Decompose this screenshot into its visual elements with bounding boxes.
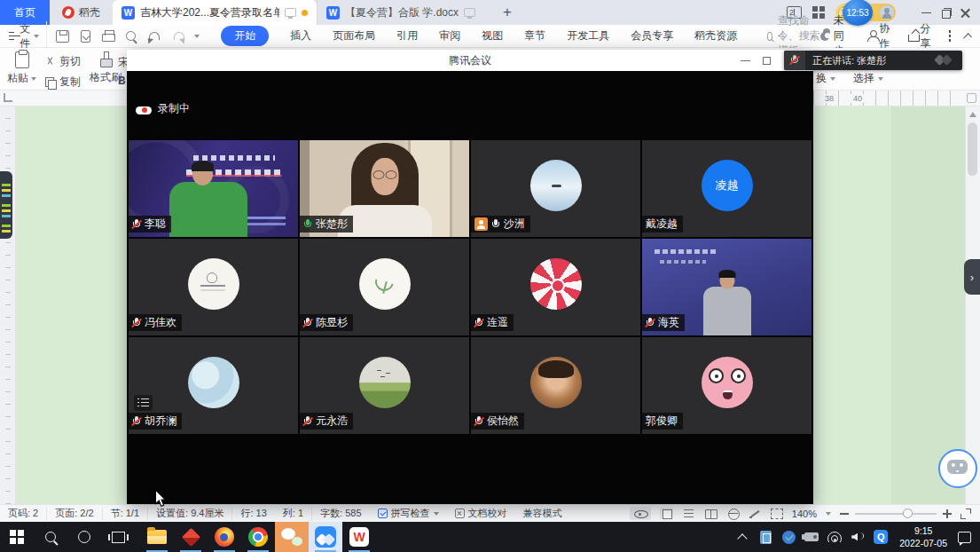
- taskbar-clock[interactable]: 9:15 2022-07-05: [892, 524, 954, 549]
- tab-page-layout[interactable]: 页面布局: [333, 28, 375, 43]
- participant-tile[interactable]: 张楚彤: [300, 140, 469, 237]
- fullscreen-icon[interactable]: [960, 509, 971, 519]
- doc-tab-active[interactable]: 吉林大学202...夏令营录取名单: [113, 0, 317, 25]
- collaborate-button[interactable]: 协作: [867, 21, 894, 51]
- tab-section[interactable]: 章节: [524, 28, 545, 43]
- page-view-icon[interactable]: [660, 508, 673, 519]
- fit-page-icon[interactable]: [771, 509, 783, 519]
- copy-button[interactable]: 复制: [45, 75, 81, 90]
- chrome-button[interactable]: [241, 522, 275, 552]
- meeting-minimize-button[interactable]: [741, 56, 750, 66]
- zoom-knob[interactable]: [903, 509, 913, 518]
- tab-insert[interactable]: 插入: [290, 28, 311, 43]
- cortana-button[interactable]: [67, 522, 101, 552]
- web-view-icon[interactable]: [726, 508, 740, 519]
- meeting-timer-bubble[interactable]: 12:53: [843, 0, 873, 26]
- wechat-button[interactable]: [275, 522, 309, 552]
- tray-expand-button[interactable]: [731, 522, 754, 552]
- start-button[interactable]: [0, 522, 34, 552]
- participant-tile[interactable]: 侯怡然: [471, 337, 640, 434]
- tencent-meeting-button[interactable]: [309, 522, 342, 552]
- hamburger-icon[interactable]: [9, 32, 14, 40]
- participant-tile[interactable]: 海英: [642, 239, 811, 335]
- participant-tile[interactable]: 元永浩: [300, 337, 469, 434]
- meeting-titlebar[interactable]: 腾讯会议: [127, 50, 813, 71]
- export-pdf-icon[interactable]: [79, 30, 92, 43]
- file-menu[interactable]: 文件: [20, 21, 47, 51]
- zoom-out-icon[interactable]: [840, 513, 849, 515]
- paste-button[interactable]: 粘贴: [7, 51, 36, 86]
- security-tray-icon[interactable]: [777, 522, 800, 552]
- participant-tile[interactable]: 郭俊卿: [642, 337, 811, 434]
- participant-tile[interactable]: 陈昱杉: [300, 239, 469, 335]
- vertical-ruler[interactable]: [0, 106, 16, 504]
- tab-docer-res[interactable]: 稻壳资源: [694, 28, 737, 43]
- taskbar-search-button[interactable]: [34, 522, 67, 552]
- vertical-scrollbar[interactable]: [965, 106, 980, 504]
- speaking-banner[interactable]: 正在讲话: 张楚彤: [784, 51, 962, 70]
- redo-icon[interactable]: [171, 30, 184, 43]
- meeting-maximize-button[interactable]: [763, 57, 771, 65]
- tab-dev-tools[interactable]: 开发工具: [567, 28, 609, 43]
- select-dropdown[interactable]: 选择: [853, 71, 883, 86]
- convert-dropdown[interactable]: 换: [816, 71, 835, 86]
- usb-tray-icon[interactable]: [754, 522, 777, 552]
- tab-review[interactable]: 审阅: [439, 28, 460, 43]
- zoom-track[interactable]: [855, 513, 937, 515]
- tab-view[interactable]: 视图: [482, 28, 503, 43]
- chevron-down-icon[interactable]: [826, 512, 831, 516]
- participant-tile[interactable]: 李聪: [129, 140, 298, 237]
- docked-widget[interactable]: [0, 171, 12, 239]
- format-painter-button[interactable]: 格式刷: [90, 51, 122, 85]
- tab-stop-icon[interactable]: [4, 93, 12, 102]
- print-preview-icon[interactable]: [125, 30, 138, 43]
- participant-tile[interactable]: 沙洲: [471, 140, 640, 237]
- more-options-icon[interactable]: [949, 30, 951, 42]
- self-mic-cell[interactable]: [784, 51, 805, 70]
- tab-references[interactable]: 引用: [396, 28, 418, 43]
- zoom-in-icon[interactable]: [943, 509, 952, 518]
- recorder-tray-icon[interactable]: [800, 522, 823, 552]
- network-tray-icon[interactable]: [823, 522, 846, 552]
- task-view-button[interactable]: [101, 522, 135, 552]
- share-button[interactable]: 分享: [908, 21, 935, 51]
- reader-app-button[interactable]: [174, 522, 208, 552]
- participant-tile[interactable]: 胡乔澜: [129, 337, 298, 434]
- action-center-icon[interactable]: [958, 532, 971, 543]
- recording-indicator[interactable]: 录制中: [136, 101, 190, 116]
- ink-view-icon[interactable]: [749, 508, 762, 519]
- participant-tile[interactable]: 冯佳欢: [129, 239, 298, 335]
- proofread-toggle[interactable]: 文档校对: [447, 508, 515, 520]
- scroll-up-icon[interactable]: [969, 112, 976, 117]
- zoom-level[interactable]: 140%: [792, 509, 817, 519]
- participant-tile[interactable]: 凌越 戴凌越: [642, 140, 811, 237]
- collapse-ribbon-icon[interactable]: [962, 33, 971, 42]
- participant-label: 张楚彤: [300, 216, 353, 233]
- doc-tab-inactive[interactable]: 【夏令营】合版 学.docx: [317, 0, 484, 25]
- participant-tile[interactable]: 连遥: [471, 239, 640, 335]
- spell-check-toggle[interactable]: 拼写检查: [370, 508, 447, 520]
- tab-docer[interactable]: 稻壳: [50, 0, 113, 25]
- ime-tray-icon[interactable]: [869, 522, 892, 552]
- assistant-robot-button[interactable]: [938, 449, 977, 488]
- scrollbar-thumb[interactable]: [968, 122, 977, 176]
- volume-tray-icon[interactable]: [846, 522, 869, 552]
- ruler-toggle-icon[interactable]: [967, 93, 976, 103]
- undo-icon[interactable]: [148, 30, 161, 43]
- eye-protection-icon[interactable]: [630, 507, 651, 520]
- chevron-down-icon[interactable]: [194, 35, 200, 38]
- new-tab-button[interactable]: +: [497, 4, 518, 21]
- tab-member[interactable]: 会员专享: [631, 28, 673, 43]
- firefox-button[interactable]: [208, 522, 241, 552]
- status-word-count[interactable]: 字数: 585: [312, 508, 369, 520]
- book-view-icon[interactable]: [704, 508, 717, 519]
- tab-home-ribbon[interactable]: 开始: [221, 26, 269, 46]
- file-explorer-button[interactable]: [140, 522, 174, 552]
- wps-button[interactable]: [342, 522, 376, 552]
- agenda-list-icon[interactable]: [134, 395, 153, 411]
- save-icon[interactable]: [56, 30, 69, 43]
- print-icon[interactable]: [102, 30, 115, 43]
- outline-view-icon[interactable]: [682, 508, 695, 519]
- side-panel-toggle[interactable]: ›: [964, 259, 980, 295]
- cut-button[interactable]: 剪切: [45, 54, 81, 69]
